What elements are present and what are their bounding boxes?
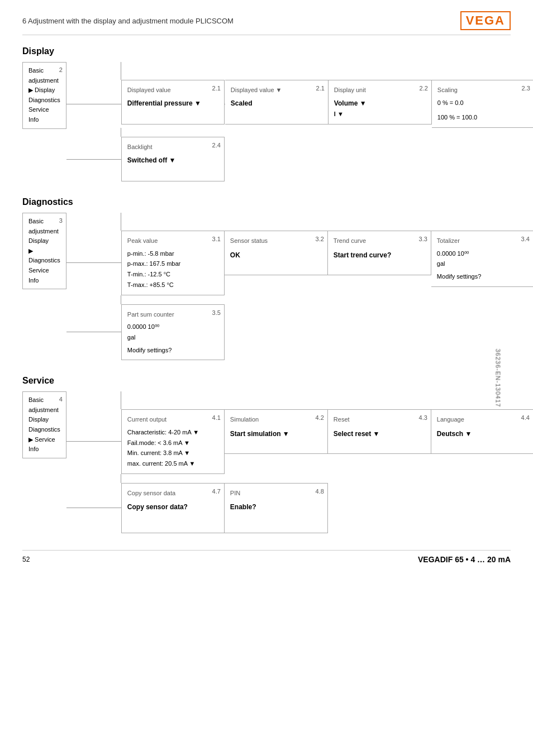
service-menu-number: 4 xyxy=(59,395,63,405)
card-scaling-100: 100 % = 100.0 xyxy=(437,112,528,123)
card-language: 4.4 Language Deutsch ▼ xyxy=(431,409,533,454)
card-displayed-value-scaled: 2.1 Displayed value ▼ Scaled xyxy=(225,80,329,125)
service-section: Service 4 Basic adjustment Display Diagn… xyxy=(22,376,511,533)
display-section: Display 2 Basic adjustment Display Diagn… xyxy=(22,46,511,181)
card-number-4-1: 4.1 xyxy=(212,413,221,423)
diagnostics-section-title: Diagnostics xyxy=(22,197,511,207)
diagnostics-menu-number: 3 xyxy=(59,216,63,226)
card-value-dp: Differential pressure ▼ xyxy=(127,98,218,109)
card-current-output: 4.1 Current output Characteristic: 4-20 … xyxy=(121,409,225,473)
service-section-title: Service xyxy=(22,376,511,386)
page-footer: 52 VEGADIF 65 • 4 … 20 mA xyxy=(22,550,511,564)
card-title-totalizer: Totalizer xyxy=(437,236,527,246)
card-number-3-3: 3.3 xyxy=(419,234,427,245)
card-number-3-2: 3.2 xyxy=(316,234,324,245)
card-value-trend: Start trend curve? xyxy=(334,250,425,261)
card-tmax: T-max.: +85.5 °C xyxy=(127,280,218,290)
card-title-trend: Trend curve xyxy=(334,236,425,246)
card-maxcurrent: max. current: 20.5 mA ▼ xyxy=(127,458,218,469)
card-value-l: l ▼ xyxy=(334,109,426,119)
card-value-ok: OK xyxy=(230,250,322,261)
card-number-4-8: 4.8 xyxy=(316,486,324,497)
card-value-pin: Enable? xyxy=(230,501,322,513)
card-copy-sensor: 4.7 Copy sensor data Copy sensor data? xyxy=(121,483,225,533)
card-reset: 4.3 Reset Select reset ▼ xyxy=(328,409,431,454)
card-title-sensor: Sensor status xyxy=(230,236,322,246)
card-value-language: Deutsch ▼ xyxy=(437,428,527,439)
card-title-display-unit: Display unit xyxy=(334,85,426,95)
card-title-partsum: Part sum counter xyxy=(127,309,218,320)
card-number-2-3: 2.3 xyxy=(522,83,530,94)
diag-menu-basic: Basic adjustment xyxy=(28,217,60,236)
card-totalizer-modify: Modify settings? xyxy=(437,271,527,282)
card-totalizer-val: 0.0000 10⁰⁰ xyxy=(437,248,527,259)
diag-menu-service: Service xyxy=(28,266,60,276)
card-pmax: p-max.: 167.5 mbar xyxy=(127,259,218,269)
product-name: VEGADIF 65 • 4 … 20 mA xyxy=(418,555,511,564)
display-section-title: Display xyxy=(22,46,511,56)
svc-menu-service: Service xyxy=(28,435,60,445)
card-title-simulation: Simulation xyxy=(230,414,322,425)
card-number-2-2: 2.2 xyxy=(420,83,428,94)
card-displayed-value-dp: 2.1 Displayed value Differential pressur… xyxy=(121,80,225,125)
diag-menu-info: Info xyxy=(28,276,60,286)
card-partsum-modify: Modify settings? xyxy=(127,345,218,356)
card-title-language: Language xyxy=(437,414,527,425)
card-title-scaling: Scaling xyxy=(437,85,528,95)
card-trend-curve: 3.3 Trend curve Start trend curve? xyxy=(328,231,431,275)
card-totalizer-unit: gal xyxy=(437,259,527,269)
card-value-copy: Copy sensor data? xyxy=(127,501,218,513)
card-title-dp: Displayed value xyxy=(127,85,218,95)
card-title-peak: Peak value xyxy=(127,236,218,246)
card-value-reset: Select reset ▼ xyxy=(334,428,425,439)
service-menu-box: 4 Basic adjustment Display Diagnostics S… xyxy=(22,391,66,458)
page-title: 6 Adjustment with the display and adjust… xyxy=(22,17,234,25)
menu-basic-adj: Basic adjustment xyxy=(28,66,60,85)
card-number-4-3: 4.3 xyxy=(419,413,427,423)
diag-menu-display: Display xyxy=(28,236,60,246)
svc-menu-info: Info xyxy=(28,444,60,454)
diagnostics-section: Diagnostics 3 Basic adjustment Display D… xyxy=(22,197,511,360)
card-display-unit: 2.2 Display unit Volume ▼ l ▼ xyxy=(329,80,432,125)
svc-menu-display: Display xyxy=(28,415,60,425)
card-value-simulation: Start simulation ▼ xyxy=(230,428,322,439)
card-value-backlight: Switched off ▼ xyxy=(127,155,218,166)
card-partsum-val: 0.0000 10⁰⁰ xyxy=(127,322,218,332)
card-scaling: 2.3 Scaling 0 % = 0.0 100 % = 100.0 xyxy=(432,80,533,128)
card-number-4-7: 4.7 xyxy=(212,486,221,497)
card-pmin: p-min.: -5.8 mbar xyxy=(127,248,218,259)
card-tmin: T-min.: -12.5 °C xyxy=(127,269,218,280)
card-failmode: Fail.mode: < 3.6 mA ▼ xyxy=(127,438,218,448)
card-sensor-status: 3.2 Sensor status OK xyxy=(225,231,328,275)
side-text: 36236-EN-130417 xyxy=(495,349,502,408)
card-title-scaled: Displayed value ▼ xyxy=(231,85,322,95)
card-title-pin: PIN xyxy=(230,488,322,499)
menu-display: Display xyxy=(28,85,60,95)
diag-menu-diagnostics: Diagnostics xyxy=(28,246,60,266)
card-number-2-1a: 2.1 xyxy=(212,83,221,94)
vega-logo: VEGA xyxy=(460,11,511,30)
card-peak-value: 3.1 Peak value p-min.: -5.8 mbar p-max.:… xyxy=(121,231,225,295)
menu-service: Service xyxy=(28,105,60,115)
card-title-backlight: Backlight xyxy=(127,142,218,152)
card-number-3-4: 3.4 xyxy=(521,234,530,245)
card-number-3-5: 3.5 xyxy=(212,308,221,318)
card-number-3-1: 3.1 xyxy=(212,234,221,245)
card-title-current: Current output xyxy=(127,414,218,425)
page-number: 52 xyxy=(22,556,30,563)
svc-menu-basic: Basic adjustment xyxy=(28,395,60,415)
card-number-4-2: 4.2 xyxy=(316,413,324,423)
card-number-4-4: 4.4 xyxy=(521,413,530,423)
card-number-2-1b: 2.1 xyxy=(316,83,325,94)
menu-diagnostics: Diagnostics xyxy=(28,95,60,106)
card-simulation: 4.2 Simulation Start simulation ▼ xyxy=(225,409,328,454)
card-pin: 4.8 PIN Enable? xyxy=(225,483,328,533)
card-part-sum: 3.5 Part sum counter 0.0000 10⁰⁰ gal Mod… xyxy=(121,304,225,361)
card-totalizer: 3.4 Totalizer 0.0000 10⁰⁰ gal Modify set… xyxy=(431,231,533,287)
display-menu-box: 2 Basic adjustment Display Diagnostics S… xyxy=(22,62,66,129)
card-scaling-0: 0 % = 0.0 xyxy=(437,98,528,108)
svc-menu-diagnostics: Diagnostics xyxy=(28,425,60,435)
card-value-volume: Volume ▼ xyxy=(334,98,426,109)
diagnostics-menu-box: 3 Basic adjustment Display Diagnostics S… xyxy=(22,213,66,289)
card-value-scaled: Scaled xyxy=(231,98,322,109)
